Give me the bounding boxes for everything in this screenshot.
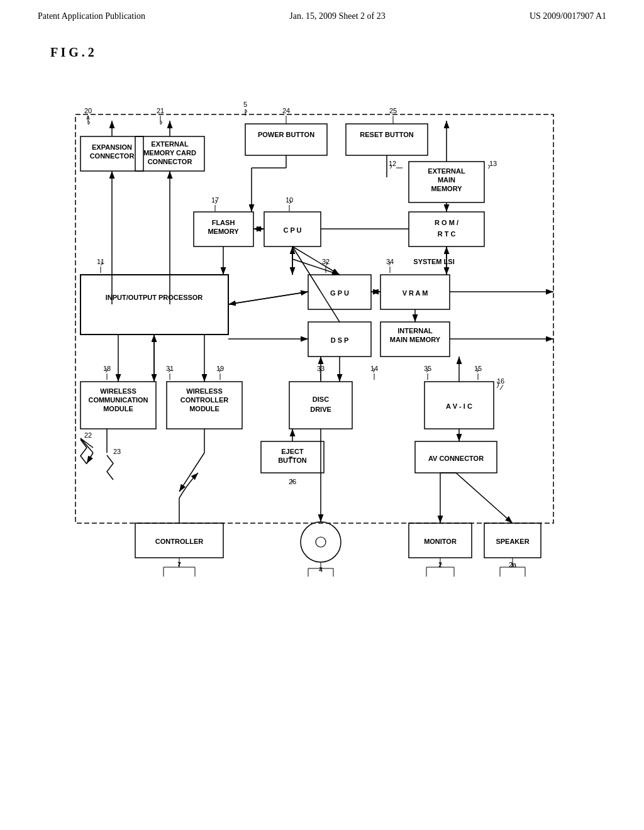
svg-line-55	[456, 473, 513, 523]
diagram-area: F I G . 2 20 21 5 24 25	[0, 26, 644, 819]
ref-21: 21	[157, 107, 164, 114]
system-lsi-label: SYSTEM LSI	[413, 258, 454, 265]
wireless-comm-label3: MODULE	[103, 405, 133, 412]
dsp-label: D S P	[331, 336, 349, 344]
disc-drive-label2: DRIVE	[310, 406, 331, 413]
svg-rect-5	[346, 124, 428, 155]
ext-main-mem-label: EXTERNAL	[428, 167, 465, 175]
wireless-ctrl-label3: MODULE	[189, 405, 219, 412]
monitor-label: MONITOR	[424, 538, 457, 545]
wireless-ctrl-label: WIRELESS	[186, 387, 222, 395]
reset-button-label: RESET BUTTON	[360, 131, 413, 138]
svg-rect-11	[409, 212, 484, 246]
vram-label: V R A M	[402, 289, 428, 297]
disc-circle	[301, 522, 341, 562]
svg-line-62	[80, 438, 93, 453]
svg-line-65	[179, 453, 204, 492]
power-button-label: POWER BUTTON	[258, 131, 314, 138]
ref-5: 5	[243, 101, 247, 108]
int-main-mem-label2: MAIN MEMORY	[390, 336, 441, 343]
expansion-connector-label: EXPANSION	[92, 143, 132, 151]
int-main-mem-label: INTERNAL	[397, 327, 433, 335]
wireless-ctrl-label2: CONTROLLER	[180, 396, 228, 404]
svg-line-61	[87, 453, 93, 463]
disc-inner-circle	[316, 537, 326, 547]
svg-line-46	[292, 246, 340, 275]
disc-drive-label: DISC	[313, 396, 329, 403]
ref-20: 20	[84, 107, 92, 114]
header-right: US 2009/0017907 A1	[530, 11, 606, 21]
svg-line-45	[228, 292, 308, 304]
header-left: Patent Application Publication	[38, 11, 145, 21]
ref-13: 13	[489, 160, 497, 167]
flash-mem-label: FLASH	[212, 219, 235, 226]
circuit-diagram: 20 21 5 24 25 POWER BUTTON RESET BUTTON …	[38, 64, 604, 830]
eject-btn-label: EJECT	[281, 448, 304, 455]
svg-line-63	[80, 438, 93, 448]
gpu-label: G P U	[330, 289, 349, 297]
ext-main-mem-label3: MEMORY	[431, 185, 462, 192]
ref-23: 23	[113, 448, 121, 455]
svg-line-47	[292, 246, 340, 322]
svg-line-91	[292, 259, 340, 275]
av-connector-label: AV CONNECTOR	[428, 455, 484, 462]
cpu-label: C P U	[283, 226, 301, 234]
speaker-label: SPEAKER	[496, 538, 529, 545]
page-header: Patent Application Publication Jan. 15, …	[0, 0, 644, 26]
flash-mem-label2: MEMORY	[208, 228, 239, 235]
ext-main-mem-label2: MAIN	[438, 176, 455, 184]
wireless-comm-label2: COMMUNICATION	[88, 396, 148, 404]
fig-label: F I G . 2	[50, 45, 94, 60]
ref-24: 24	[282, 107, 290, 114]
rom-rtc-label2: R T C	[438, 230, 456, 238]
svg-rect-12	[80, 275, 228, 335]
av-ic-label: A V - I C	[446, 402, 472, 410]
wireless-comm-label: WIRELESS	[100, 387, 136, 395]
ref-12: 12	[389, 160, 396, 167]
ref-22: 22	[84, 431, 92, 439]
ref-25: 25	[389, 107, 397, 114]
eject-btn-label2: BUTTON	[278, 456, 307, 464]
controller-label: CONTROLLER	[155, 538, 203, 545]
ext-memory-label2: MEMORY CARD	[143, 149, 196, 157]
expansion-connector-label2: CONNECTOR	[90, 152, 135, 160]
ext-memory-label: EXTERNAL	[151, 140, 189, 148]
header-center: Jan. 15, 2009 Sheet 2 of 23	[289, 11, 385, 21]
rom-rtc-label: R O M /	[435, 219, 458, 226]
svg-rect-4	[245, 124, 327, 155]
ext-memory-label3: CONNECTOR	[148, 158, 192, 165]
iop-label: INPUT/OUTPUT PROCESSOR	[106, 294, 203, 301]
